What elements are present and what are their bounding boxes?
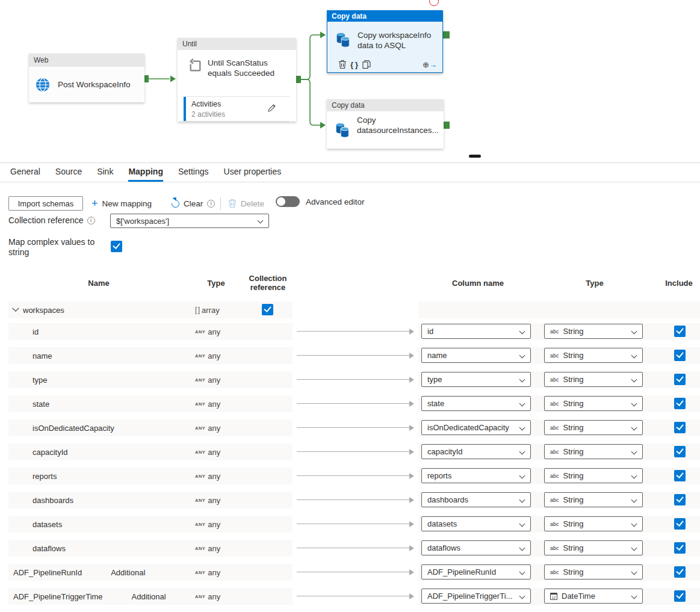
field-type: array [202, 306, 220, 315]
any-type-abbr: ANY [195, 401, 205, 407]
column-name-select[interactable]: isOnDedicatedCapacity [421, 420, 531, 435]
edit-pencil-icon[interactable] [267, 104, 276, 113]
column-type-select[interactable]: abc String [544, 348, 643, 363]
column-type-select[interactable]: abc String [544, 396, 643, 411]
field-name: dataflows [33, 544, 66, 553]
field-name: name [33, 351, 52, 360]
tab-settings[interactable]: Settings [178, 167, 209, 182]
new-mapping-button[interactable]: + New mapping [91, 196, 152, 211]
copy-workspaceinfo-node[interactable]: Copy data Copy workspaceInfo data to ASQ… [327, 10, 443, 73]
column-name-select[interactable]: type [421, 372, 531, 387]
include-checkbox[interactable] [674, 494, 686, 505]
table-row: state ANY any state abc [0, 395, 700, 412]
mapping-arrow [297, 427, 414, 428]
chevron-down-icon [519, 449, 525, 455]
collection-reference-select[interactable]: $['workspaces'] [110, 214, 269, 228]
column-type-select[interactable]: abc String [544, 516, 643, 531]
add-output-icon[interactable]: ⊕→ [424, 59, 436, 70]
abc-icon: abc [550, 425, 559, 431]
clear-info-icon[interactable]: i [207, 200, 215, 208]
abc-icon: abc [550, 569, 559, 575]
collection-reference-checkbox[interactable] [262, 304, 273, 315]
field-name: dashboards [33, 496, 73, 505]
collection-reference-info-icon[interactable]: i [87, 217, 95, 224]
header-column-type: Type [577, 279, 613, 288]
mapping-arrow [297, 596, 414, 597]
column-type-select[interactable]: abc String [544, 444, 643, 459]
column-type-select[interactable]: abc String [544, 420, 643, 435]
column-type-select[interactable]: abc String [544, 468, 643, 483]
column-name-select[interactable]: capacityId [421, 444, 531, 459]
web-activity-node[interactable]: Web Post WorkspaceInfo [29, 54, 144, 102]
column-type-select[interactable]: abc String [544, 564, 643, 580]
column-name-select[interactable]: dashboards [421, 492, 531, 507]
source-field-cell: ADF_PipelineTriggerTime Additional ANY a… [8, 588, 293, 605]
column-type-select[interactable]: abc String [544, 372, 643, 387]
tab-sink[interactable]: Sink [97, 167, 113, 182]
column-name-select[interactable]: ADF_PipelineTriggerTi... [421, 589, 531, 604]
header-name: Name [63, 279, 135, 288]
table-row: type ANY any type abc [0, 371, 700, 388]
code-braces-icon[interactable]: { } [348, 59, 361, 70]
column-type-select[interactable]: 12 DateTime [544, 589, 643, 604]
include-checkbox[interactable] [674, 374, 686, 385]
import-schemas-button[interactable]: Import schemas [8, 196, 83, 211]
column-type-select[interactable]: abc String [544, 324, 643, 339]
tab-general[interactable]: General [10, 167, 40, 182]
delete-activity-icon[interactable] [336, 59, 348, 70]
column-name-select[interactable]: ADF_PipelineRunId [421, 564, 531, 580]
column-name-select[interactable]: reports [421, 468, 531, 483]
include-checkbox[interactable] [674, 446, 686, 457]
include-checkbox[interactable] [674, 350, 686, 361]
column-name-select[interactable]: state [421, 396, 531, 411]
field-type: any [208, 592, 220, 601]
include-checkbox[interactable] [674, 542, 686, 554]
column-name-select[interactable]: datasets [421, 516, 531, 531]
sink-field-cell: type abc String [418, 371, 700, 388]
chevron-down-icon [519, 593, 525, 599]
include-checkbox[interactable] [674, 590, 686, 602]
column-type-select[interactable]: abc String [544, 492, 643, 507]
field-type: any [208, 376, 220, 385]
include-checkbox[interactable] [674, 398, 686, 409]
any-type-abbr: ANY [195, 353, 205, 359]
web-activity-type-label: Web [29, 54, 144, 67]
mapping-arrow [297, 403, 414, 404]
column-name-select[interactable]: dataflows [421, 540, 531, 555]
field-type: any [208, 448, 220, 457]
pipeline-canvas[interactable]: Web Post WorkspaceInfo Until Until ScanS… [0, 0, 700, 162]
collapse-chevron-icon[interactable] [12, 305, 19, 312]
tab-user-properties[interactable]: User properties [224, 167, 282, 182]
field-name: isOnDedicatedCapacity [33, 424, 114, 433]
clear-button[interactable]: Clear i [172, 196, 215, 211]
canvas-scrollbar-thumb[interactable] [469, 155, 481, 158]
chevron-down-icon [631, 449, 637, 455]
map-complex-checkbox[interactable] [111, 241, 122, 252]
tab-source[interactable]: Source [55, 167, 82, 182]
include-checkbox[interactable] [674, 518, 686, 530]
source-field-cell: state ANY any [8, 395, 293, 412]
column-name-select[interactable]: name [421, 348, 531, 363]
until-activity-node[interactable]: Until Until ScanStatus equals Succeeded … [178, 38, 296, 122]
until-activities-panel[interactable]: Activities 2 activities [184, 96, 290, 122]
column-name-select[interactable]: id [421, 324, 531, 339]
table-row: isOnDedicatedCapacity ANY any isOnDedica… [0, 419, 700, 436]
field-type: any [208, 400, 220, 409]
chevron-down-icon [519, 497, 525, 503]
sink-field-cell: name abc String [418, 347, 700, 364]
include-checkbox[interactable] [674, 566, 686, 578]
include-checkbox[interactable] [674, 470, 686, 481]
column-type-select[interactable]: abc String [544, 540, 643, 555]
delete-button[interactable]: Delete [228, 196, 264, 211]
toggle-knob [277, 197, 285, 206]
include-checkbox[interactable] [674, 422, 686, 433]
clone-activity-icon[interactable] [361, 59, 373, 70]
any-type-abbr: ANY [195, 450, 205, 455]
chevron-down-icon [631, 521, 637, 527]
copy-datasourceinstances-node[interactable]: Copy data Copy datasourceInstances... [327, 99, 444, 149]
field-type: any [208, 544, 220, 553]
tab-mapping[interactable]: Mapping [128, 167, 163, 182]
advanced-editor-toggle[interactable] [276, 196, 300, 207]
include-checkbox[interactable] [674, 326, 686, 337]
source-field-cell: datasets ANY any [8, 516, 293, 533]
